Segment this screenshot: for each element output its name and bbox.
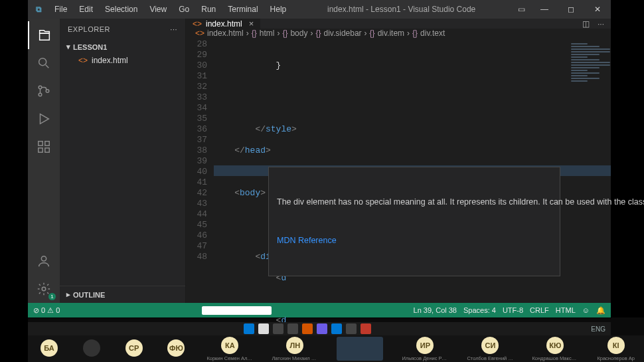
close-button[interactable]: ✕ [584, 0, 611, 19]
folder-header[interactable]: ▾ LESSON1 [60, 40, 185, 54]
brackets-icon: {} [315, 29, 321, 38]
menu-view[interactable]: View [144, 2, 172, 17]
svg-point-9 [42, 287, 46, 291]
search-icon[interactable] [28, 49, 60, 77]
minimap[interactable] [564, 38, 611, 144]
code-editor[interactable]: 2829 303132 333435 363738 394041 424344 … [186, 38, 611, 362]
participant[interactable]: КІКрасноперов Ар [597, 337, 635, 361]
explorer-more-icon[interactable]: ··· [170, 25, 177, 33]
brackets-icon: {} [282, 29, 287, 38]
breadcrumbs[interactable]: <>index.html › {}html › {}body › {}div.s… [186, 29, 611, 38]
source-control-icon[interactable] [28, 77, 60, 105]
extensions-icon[interactable] [28, 133, 60, 161]
participant[interactable]: ФЮ [165, 339, 189, 358]
minimize-button[interactable]: — [531, 0, 558, 19]
task-icon[interactable] [287, 323, 298, 334]
maximize-button[interactable]: ◻ [558, 0, 584, 19]
vscode-task-icon[interactable] [331, 323, 342, 334]
file-name: index.html [92, 56, 128, 65]
activity-bar: 1 [28, 19, 60, 303]
explorer-title: EXPLORER [68, 25, 110, 33]
task-icon[interactable] [258, 323, 269, 334]
participant[interactable]: КАКоркин Семен Александрович [206, 337, 253, 361]
tab-index-html[interactable]: <> index.html × [186, 19, 261, 29]
participant[interactable]: ЛНЛатохин Михаил Николаевич [272, 337, 318, 361]
taskbar-lang[interactable]: ENG [591, 325, 611, 333]
menu-go[interactable]: Go [173, 2, 195, 17]
avatar: КЮ [546, 337, 564, 354]
avatar: КА [221, 337, 238, 354]
file-entry-index[interactable]: <> index.html [60, 54, 185, 67]
window-title: index.html - Lesson1 - Visual Studio Cod… [291, 5, 511, 14]
start-icon[interactable] [244, 323, 254, 334]
svg-point-8 [41, 256, 46, 261]
sidebar-explorer: EXPLORER ··· ▾ LESSON1 <> index.html ▸ O… [60, 19, 186, 303]
menu-file[interactable]: File [49, 2, 72, 17]
tab-bar: <> index.html × ◫ ··· [186, 19, 611, 29]
task-icon[interactable] [346, 323, 357, 334]
svg-point-0 [39, 58, 46, 66]
brackets-icon: {} [412, 29, 418, 38]
participant[interactable]: СР [122, 339, 146, 358]
participant[interactable] [80, 339, 104, 358]
call-participants: БА СР ФЮ КАКоркин Семен Александрович ЛН… [28, 335, 644, 362]
breadcrumb-segment[interactable]: html [260, 29, 275, 38]
mdn-reference-link[interactable]: MDN Reference [277, 236, 337, 245]
status-problems[interactable]: ⊘ 0 ⚠ 0 [33, 306, 60, 315]
svg-rect-7 [45, 148, 49, 152]
main-area: 1 EXPLORER ··· ▾ LESSON1 <> index.html ▸… [28, 19, 611, 303]
menu-help[interactable]: Help [265, 2, 292, 17]
avatar: СИ [481, 337, 499, 354]
avatar: СР [125, 339, 143, 357]
menu-run[interactable]: Run [196, 2, 221, 17]
host-left-margin [0, 0, 28, 362]
svg-point-2 [39, 93, 42, 96]
task-icon[interactable] [273, 323, 283, 334]
vscode-logo-icon: ⧉ [28, 5, 49, 14]
participant[interactable]: СИСтолбов Евгений Игоревич [467, 337, 513, 361]
line-gutter: 2829 303132 333435 363738 394041 424344 … [186, 38, 214, 362]
avatar: ФЮ [167, 339, 185, 357]
participant[interactable]: БА [37, 339, 61, 358]
more-actions-icon[interactable]: ··· [598, 19, 604, 29]
svg-rect-6 [39, 148, 42, 152]
svg-rect-4 [39, 141, 42, 145]
hover-tooltip: The div element has no special meaning a… [268, 167, 560, 276]
menubar: File Edit Selection View Go Run Terminal… [49, 2, 291, 17]
code-content[interactable]: } </style> </head> <body> <div c <d <d <… [214, 38, 611, 362]
svg-point-3 [46, 90, 49, 93]
chevron-down-icon: ▾ [66, 43, 70, 51]
svg-point-1 [39, 86, 42, 89]
breadcrumb-segment[interactable]: index.html [207, 29, 244, 38]
menu-edit[interactable]: Edit [74, 2, 98, 17]
outline-label: OUTLINE [73, 291, 105, 299]
breadcrumb-segment[interactable]: div.text [420, 29, 445, 38]
video-thumbnail [337, 337, 383, 361]
participant[interactable]: КЮКондрашов Максим Юрьевич [532, 337, 578, 361]
hover-text: The div element has no special meaning a… [277, 197, 552, 208]
breadcrumb-segment[interactable]: div.item [378, 29, 404, 38]
chevron-right-icon: ▸ [66, 290, 70, 299]
accounts-icon[interactable] [28, 247, 60, 275]
menu-selection[interactable]: Selection [100, 2, 143, 17]
layout-icon[interactable]: ▭ [511, 0, 531, 19]
close-icon[interactable]: × [246, 19, 254, 29]
task-icon[interactable] [302, 323, 313, 334]
editor-group: <> index.html × ◫ ··· <>index.html › {}h… [186, 19, 611, 303]
tab-label: index.html [206, 19, 242, 29]
participant-video[interactable] [337, 337, 383, 361]
outline-section[interactable]: ▸ OUTLINE [60, 286, 185, 303]
run-debug-icon[interactable] [28, 105, 60, 133]
brackets-icon: {} [370, 29, 375, 38]
folder-name: LESSON1 [73, 43, 107, 51]
task-icon[interactable] [361, 323, 371, 334]
avatar [83, 339, 100, 357]
task-icon[interactable] [317, 323, 327, 334]
explorer-icon[interactable] [28, 21, 60, 49]
settings-gear-icon[interactable]: 1 [28, 275, 60, 303]
breadcrumb-segment[interactable]: div.sidebar [323, 29, 361, 38]
breadcrumb-segment[interactable]: body [290, 29, 307, 38]
participant[interactable]: ИРИльясов Денис Рамильевич [402, 337, 448, 361]
menu-terminal[interactable]: Terminal [222, 2, 263, 17]
split-editor-icon[interactable]: ◫ [582, 19, 590, 29]
